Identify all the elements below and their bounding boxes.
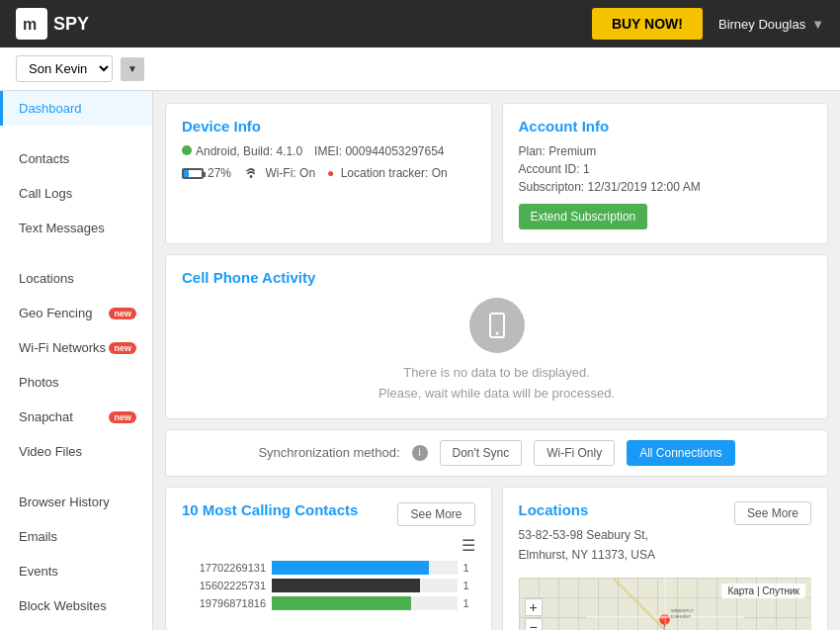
account-id-row: Account ID: 1 — [519, 162, 812, 176]
buy-now-button[interactable]: BUY NOW! — [592, 8, 703, 40]
device-info-card: Device Info Android, Build: 4.1.0 IMEI: … — [165, 103, 492, 244]
device-info-title: Device Info — [182, 118, 475, 135]
calling-header-row: 10 Most Calling Contacts See More — [182, 501, 475, 528]
account-info-title: Account Info — [519, 118, 812, 135]
battery-indicator: 27% — [182, 166, 231, 180]
sidebar: Dashboard Contacts Call Logs Text Messag… — [0, 91, 153, 630]
bar-label: 15602225731 — [182, 580, 266, 591]
sidebar-item-snapchat[interactable]: Snapchat new — [0, 400, 152, 434]
bar-label: 17702269131 — [182, 562, 266, 574]
device-select[interactable]: Son Kevin — [16, 55, 113, 82]
bar-row: 15602225731 1 — [182, 579, 475, 592]
sidebar-label-photos: Photos — [19, 375, 58, 390]
sidebar-label-locations: Locations — [19, 271, 74, 286]
bar-fill — [272, 596, 411, 610]
map-type-toggle[interactable]: Карта | Спутник — [721, 584, 805, 598]
geo-fencing-badge: new — [109, 308, 136, 319]
user-name: Birney Douglas — [718, 17, 805, 32]
battery-icon — [182, 168, 204, 179]
sidebar-item-events[interactable]: Events — [0, 554, 152, 588]
device-info-status-row: 27% Wi-Fi: On ● Location tracker: On — [182, 166, 475, 180]
content-area: Device Info Android, Build: 4.1.0 IMEI: … — [153, 91, 840, 630]
subscription-row: Subscripton: 12/31/2019 12:00 AM — [519, 180, 812, 194]
header-right: BUY NOW! Birney Douglas ▼ — [592, 8, 824, 40]
sync-bar: Synchronization method: i Don't Sync Wi-… — [165, 429, 828, 477]
bar-row: 17702269131 1 — [182, 561, 475, 575]
wifi-indicator: Wi-Fi: On — [243, 166, 315, 180]
top-cards-row: Device Info Android, Build: 4.1.0 IMEI: … — [165, 103, 828, 244]
sync-info-icon[interactable]: i — [412, 445, 428, 461]
sidebar-label-call-logs: Call Logs — [19, 186, 72, 201]
map-pin-icon: 📍 — [652, 613, 677, 630]
sidebar-item-geo-fencing[interactable]: Geo Fencing new — [0, 296, 152, 330]
bar-count: 1 — [463, 580, 475, 591]
dont-sync-button[interactable]: Don't Sync — [440, 440, 523, 466]
device-info-os-row: Android, Build: 4.1.0 IMEI: 000944053297… — [182, 144, 475, 158]
phone-icon — [469, 298, 525, 353]
locations-address-line1: 53-82-53-98 Seabury St, — [519, 528, 656, 542]
svg-text:m: m — [23, 16, 37, 33]
hamburger-icon[interactable]: ☰ — [182, 536, 475, 555]
calling-contacts-title: 10 Most Calling Contacts — [182, 501, 358, 518]
wifi-networks-badge: new — [109, 342, 136, 354]
sidebar-item-photos[interactable]: Photos — [0, 365, 152, 400]
header: m SPY BUY NOW! Birney Douglas ▼ — [0, 0, 840, 47]
sidebar-item-contacts[interactable]: Contacts — [0, 141, 152, 176]
sidebar-item-call-logs[interactable]: Call Logs — [0, 176, 152, 211]
sidebar-item-browser-history[interactable]: Browser History — [0, 485, 152, 519]
bottom-row: 10 Most Calling Contacts See More ☰ 1770… — [165, 487, 828, 630]
sidebar-label-dashboard: Dashboard — [19, 101, 82, 116]
map-placeholder: Карта | Спутник + − 📍 ЭЛМХЕРСТ ELMH — [519, 578, 812, 630]
sidebar-item-emails[interactable]: Emails — [0, 519, 152, 554]
sidebar-label-emails: Emails — [19, 529, 57, 544]
sidebar-label-text-messages: Text Messages — [19, 221, 105, 235]
locations-address-line2: Elmhurst, NY 11373, USA — [519, 548, 656, 562]
wifi-only-button[interactable]: Wi-Fi Only — [534, 440, 615, 466]
sidebar-item-dashboard[interactable]: Dashboard — [0, 91, 152, 126]
bar-track — [272, 579, 458, 592]
snapchat-badge: new — [109, 411, 136, 423]
bar-row: 19796871816 1 — [182, 596, 475, 610]
zoom-out-button[interactable]: − — [525, 618, 543, 630]
bar-track — [272, 596, 458, 610]
bar-fill — [272, 579, 420, 592]
locations-card: Locations 53-82-53-98 Seabury St, Elmhur… — [502, 487, 829, 630]
device-select-arrow[interactable]: ▼ — [121, 57, 144, 81]
calling-contacts-card: 10 Most Calling Contacts See More ☰ 1770… — [165, 487, 492, 630]
bar-fill — [272, 561, 429, 575]
map-zoom-controls: + − — [525, 598, 543, 630]
extend-subscription-button[interactable]: Extend Subscription — [519, 204, 648, 229]
location-indicator: ● Location tracker: On — [327, 166, 448, 180]
sidebar-item-text-messages[interactable]: Text Messages — [0, 211, 152, 245]
sidebar-label-contacts: Contacts — [19, 151, 69, 166]
sidebar-label-video-files: Video Files — [19, 444, 82, 459]
device-bar: Son Kevin ▼ — [0, 47, 840, 91]
main-layout: Dashboard Contacts Call Logs Text Messag… — [0, 91, 840, 630]
locations-see-more-button[interactable]: See More — [734, 501, 811, 525]
sidebar-item-wifi-networks[interactable]: Wi-Fi Networks new — [0, 330, 152, 365]
logo: m SPY — [16, 8, 89, 40]
no-data-message: There is no data to be displayed. Please… — [182, 363, 811, 405]
bar-chart: 17702269131 1 15602225731 1 19796871816 … — [182, 561, 475, 610]
sidebar-item-video-files[interactable]: Video Files — [0, 434, 152, 469]
sidebar-label-browser-history: Browser History — [19, 495, 110, 509]
all-connections-button[interactable]: All Connections — [627, 440, 734, 466]
imei-info: IMEI: 000944053297654 — [314, 144, 444, 158]
sidebar-label-block-websites: Block Websites — [19, 598, 107, 613]
locations-title: Locations — [519, 501, 656, 518]
calling-see-more-button[interactable]: See More — [397, 502, 474, 526]
sidebar-label-events: Events — [19, 564, 58, 579]
sync-label: Synchronization method: — [258, 445, 399, 460]
locations-header-row: Locations 53-82-53-98 Seabury St, Elmhur… — [519, 501, 812, 568]
cell-activity-title: Cell Phone Activity — [182, 269, 811, 286]
bar-label: 19796871816 — [182, 597, 266, 609]
zoom-in-button[interactable]: + — [525, 598, 543, 616]
sidebar-label-snapchat: Snapchat — [19, 409, 73, 424]
sidebar-item-locations[interactable]: Locations — [0, 261, 152, 296]
logo-icon: m — [16, 8, 47, 40]
cell-activity-card: Cell Phone Activity There is no data to … — [165, 254, 828, 419]
sidebar-label-geo-fencing: Geo Fencing — [19, 306, 92, 320]
android-dot: Android, Build: 4.1.0 — [182, 144, 302, 158]
sidebar-item-block-websites[interactable]: Block Websites — [0, 588, 152, 623]
user-dropdown[interactable]: Birney Douglas ▼ — [718, 17, 824, 32]
